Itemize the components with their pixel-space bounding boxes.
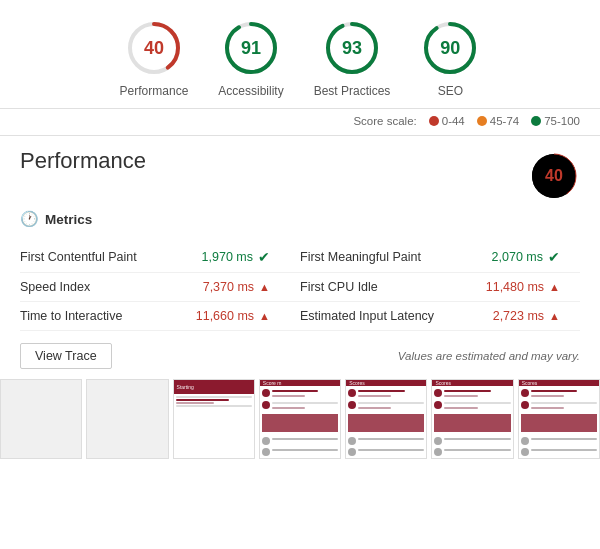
thumbnails-row: Starting Score m xyxy=(0,379,600,469)
thumbnail-5: Scores xyxy=(431,379,513,459)
metric-row: Speed Index 7,370 ms ▲ xyxy=(20,273,300,302)
metric-name: First CPU Idle xyxy=(300,280,378,294)
score-circle-performance: 40 xyxy=(124,18,184,78)
clock-icon: 🕐 xyxy=(20,210,39,228)
metric-name: First Meaningful Paint xyxy=(300,250,421,264)
perf-title: Performance xyxy=(20,148,146,174)
metric-value: 11,660 ms ▲ xyxy=(196,309,270,323)
score-circle-accessibility: 91 xyxy=(221,18,281,78)
score-value-accessibility: 91 xyxy=(241,38,261,59)
view-trace-row: View Trace Values are estimated and may … xyxy=(20,331,580,379)
thumbnail-0 xyxy=(0,379,82,459)
metric-row: Time to Interactive 11,660 ms ▲ xyxy=(20,302,300,331)
score-circle-best-practices: 93 xyxy=(322,18,382,78)
metric-status-icon: ✔ xyxy=(548,249,560,265)
metric-name: Estimated Input Latency xyxy=(300,309,434,323)
scale-dot xyxy=(477,116,487,126)
metric-value: 1,970 ms ✔ xyxy=(202,249,270,265)
score-card-seo: 90 SEO xyxy=(420,18,480,98)
metric-status-icon: ✔ xyxy=(258,249,270,265)
perf-score-circle-large: 40 xyxy=(528,150,580,202)
metric-row: Estimated Input Latency 2,723 ms ▲ xyxy=(300,302,580,331)
score-value-performance: 40 xyxy=(144,38,164,59)
score-card-best-practices: 93 Best Practices xyxy=(314,18,391,98)
score-label-accessibility: Accessibility xyxy=(218,84,283,98)
metrics-header: 🕐 Metrics xyxy=(20,210,580,232)
metric-name: Speed Index xyxy=(20,280,90,294)
thumbnail-1 xyxy=(86,379,168,459)
scale-range: 45-74 xyxy=(490,115,519,127)
metric-row: First CPU Idle 11,480 ms ▲ xyxy=(300,273,580,302)
score-card-accessibility: 91 Accessibility xyxy=(218,18,283,98)
metric-name: Time to Interactive xyxy=(20,309,122,323)
thumbnail-3: Score m xyxy=(259,379,341,459)
metric-value: 2,723 ms ▲ xyxy=(493,309,560,323)
score-label-seo: SEO xyxy=(438,84,463,98)
metrics-grid: First Contentful Paint 1,970 ms ✔ First … xyxy=(20,242,580,331)
estimated-note: Values are estimated and may vary. xyxy=(398,350,580,362)
scale-item-45-74: 45-74 xyxy=(477,115,519,127)
score-circle-seo: 90 xyxy=(420,18,480,78)
metric-name: First Contentful Paint xyxy=(20,250,137,264)
score-value-best-practices: 93 xyxy=(342,38,362,59)
scale-item-75-100: 75-100 xyxy=(531,115,580,127)
metric-status-icon: ▲ xyxy=(259,281,270,293)
perf-score-value: 40 xyxy=(545,167,563,185)
scale-item-0-44: 0-44 xyxy=(429,115,465,127)
scale-range: 75-100 xyxy=(544,115,580,127)
thumbnail-2: Starting xyxy=(173,379,255,459)
metric-value: 11,480 ms ▲ xyxy=(486,280,560,294)
metric-status-icon: ▲ xyxy=(549,281,560,293)
metric-status-icon: ▲ xyxy=(549,310,560,322)
score-value-seo: 90 xyxy=(440,38,460,59)
score-card-performance: 40 Performance xyxy=(120,18,189,98)
score-label-performance: Performance xyxy=(120,84,189,98)
scale-range: 0-44 xyxy=(442,115,465,127)
scale-dot xyxy=(531,116,541,126)
score-label-best-practices: Best Practices xyxy=(314,84,391,98)
thumbnail-6: Scores xyxy=(518,379,600,459)
metric-row: First Contentful Paint 1,970 ms ✔ xyxy=(20,242,300,273)
scale-dot xyxy=(429,116,439,126)
view-trace-button[interactable]: View Trace xyxy=(20,343,112,369)
thumbnail-4: Scores xyxy=(345,379,427,459)
metrics-label: Metrics xyxy=(45,212,92,227)
score-scale: Score scale: 0-44 45-74 75-100 xyxy=(0,109,600,136)
metric-row: First Meaningful Paint 2,070 ms ✔ xyxy=(300,242,580,273)
metric-value: 7,370 ms ▲ xyxy=(203,280,270,294)
score-cards-row: 40 Performance 91 Accessibility 93 xyxy=(0,0,600,109)
perf-header: Performance 40 xyxy=(20,148,580,202)
performance-section: Performance 40 🕐 Metrics First Contentfu… xyxy=(0,136,600,379)
metric-value: 2,070 ms ✔ xyxy=(492,249,560,265)
scale-label: Score scale: xyxy=(353,115,416,127)
metric-status-icon: ▲ xyxy=(259,310,270,322)
